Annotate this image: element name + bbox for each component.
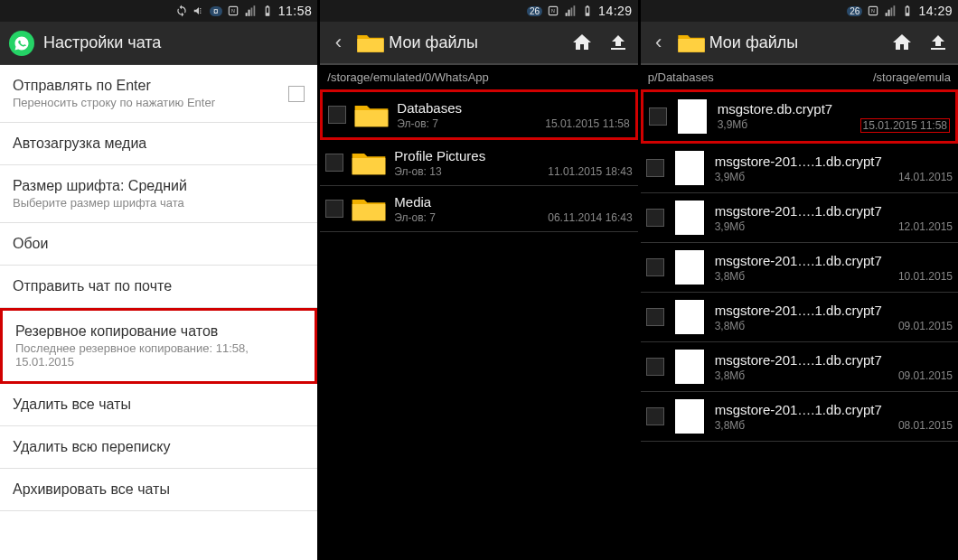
nfc-icon: N [547, 5, 559, 17]
home-icon[interactable] [886, 28, 918, 57]
phone-file-manager-files: 26 N 14:29 ‹ Мои файлы p/Databases /stor… [641, 0, 958, 560]
file-row[interactable]: msgstore-201….1.db.crypt73,8Мб08.01.2015 [641, 392, 958, 442]
signal-icon [244, 5, 257, 17]
settings-item-title: Отправлять по Enter [13, 78, 305, 94]
nfc-icon: N [867, 5, 879, 17]
battery-icon [261, 5, 274, 17]
file-row[interactable]: msgstore.db.crypt73,9Мб15.01.2015 11:58 [641, 89, 958, 144]
item-meta: 3,9Мб [715, 171, 746, 183]
badge-icon: 26 [847, 6, 862, 16]
checkbox[interactable] [328, 106, 346, 124]
volume-icon [193, 5, 205, 17]
settings-item-sub: Выберите размер шрифта чата [13, 196, 305, 210]
folder-icon [677, 30, 706, 55]
status-bar: ¤ N 11:58 [0, 0, 317, 22]
item-meta: 3,8Мб [715, 270, 746, 283]
item-meta: 3,9Мб [718, 118, 748, 133]
checkbox[interactable] [288, 86, 305, 102]
settings-item[interactable]: Отправить чат по почте [0, 266, 317, 308]
settings-item[interactable]: Отправлять по EnterПереносить строку по … [0, 65, 317, 123]
item-meta: 3,8Мб [715, 369, 746, 382]
file-row[interactable]: msgstore-201….1.db.crypt73,9Мб12.01.2015 [641, 193, 958, 243]
item-date: 14.01.2015 [898, 171, 953, 183]
item-date: 12.01.2015 [898, 220, 953, 233]
file-icon [675, 300, 704, 334]
status-bar: 26 N 14:29 [320, 0, 637, 22]
sync-icon [175, 5, 188, 17]
item-meta: 3,8Мб [715, 320, 746, 332]
folder-icon [351, 193, 387, 224]
checkbox[interactable] [649, 107, 667, 126]
item-name: msgstore.db.crypt7 [718, 101, 950, 117]
checkbox[interactable] [646, 308, 664, 326]
whatsapp-logo [9, 31, 34, 56]
status-time: 14:29 [918, 4, 953, 18]
settings-item[interactable]: Автозагрузка медиа [0, 123, 317, 165]
folder-icon [356, 30, 385, 55]
settings-item-title: Резервное копирование чатов [15, 323, 302, 340]
file-icon [678, 99, 707, 134]
file-list: DatabasesЭл-ов: 715.01.2015 11:58Profile… [320, 89, 637, 560]
badge-icon: ¤ [210, 6, 222, 16]
folder-row[interactable]: Profile PicturesЭл-ов: 1311.01.2015 18:4… [320, 140, 637, 186]
signal-icon [564, 5, 577, 17]
up-icon[interactable] [922, 28, 954, 57]
app-title: Настройки чата [43, 33, 161, 52]
checkbox[interactable] [325, 200, 343, 218]
settings-item[interactable]: Удалить все чаты [0, 384, 317, 426]
back-icon[interactable]: ‹ [644, 31, 673, 54]
settings-item[interactable]: Резервное копирование чатовПоследнее рез… [0, 308, 317, 384]
whatsapp-header: Настройки чата [0, 22, 317, 65]
checkbox[interactable] [325, 154, 343, 172]
item-name: msgstore-201….1.db.crypt7 [715, 253, 953, 268]
item-date: 11.01.2015 18:43 [548, 165, 632, 178]
settings-item[interactable]: Обои [0, 223, 317, 266]
folder-row[interactable]: DatabasesЭл-ов: 715.01.2015 11:58 [320, 89, 637, 140]
item-name: Profile Pictures [394, 148, 632, 163]
item-date: 09.01.2015 [898, 369, 953, 382]
item-date: 08.01.2015 [898, 419, 953, 432]
settings-item-title: Архивировать все чаты [13, 481, 305, 498]
home-icon[interactable] [566, 28, 598, 57]
file-list: msgstore.db.crypt73,9Мб15.01.2015 11:58m… [641, 89, 958, 560]
settings-item-title: Отправить чат по почте [13, 278, 305, 294]
status-time: 14:29 [598, 4, 633, 18]
svg-text:N: N [551, 8, 555, 14]
item-name: msgstore-201….1.db.crypt7 [715, 352, 953, 368]
nfc-icon: N [227, 5, 240, 17]
settings-item-title: Размер шрифта: Средний [13, 178, 305, 194]
file-icon [675, 151, 704, 185]
settings-list: Отправлять по EnterПереносить строку по … [0, 65, 317, 560]
up-icon[interactable] [602, 28, 634, 57]
item-meta: 3,9Мб [715, 220, 746, 233]
file-row[interactable]: msgstore-201….1.db.crypt73,8Мб09.01.2015 [641, 342, 958, 392]
back-icon[interactable]: ‹ [324, 31, 352, 54]
checkbox[interactable] [646, 358, 664, 376]
svg-text:N: N [231, 8, 235, 14]
file-row[interactable]: msgstore-201….1.db.crypt73,8Мб09.01.2015 [641, 293, 958, 342]
file-row[interactable]: msgstore-201….1.db.crypt73,9Мб14.01.2015 [641, 144, 958, 193]
settings-item[interactable]: Удалить всю переписку [0, 426, 317, 469]
item-date: 09.01.2015 [898, 320, 953, 332]
file-icon [675, 399, 704, 434]
badge-icon: 26 [527, 6, 542, 16]
folder-icon [351, 147, 387, 178]
item-name: msgstore-201….1.db.crypt7 [715, 303, 953, 318]
folder-row[interactable]: MediaЭл-ов: 706.11.2014 16:43 [320, 186, 637, 232]
settings-item[interactable]: Архивировать все чаты [0, 469, 317, 511]
checkbox[interactable] [646, 258, 664, 276]
file-row[interactable]: msgstore-201….1.db.crypt73,8Мб10.01.2015 [641, 243, 958, 293]
svg-text:N: N [872, 8, 876, 14]
item-meta: 3,8Мб [715, 419, 746, 432]
checkbox[interactable] [646, 159, 664, 177]
checkbox[interactable] [646, 209, 664, 227]
folder-icon [353, 99, 390, 130]
item-date: 15.01.2015 11:58 [545, 117, 629, 130]
settings-item[interactable]: Размер шрифта: СреднийВыберите размер шр… [0, 165, 317, 223]
item-date: 10.01.2015 [898, 270, 953, 283]
phone-whatsapp-settings: ¤ N 11:58 Настройки чата Отправлять по E… [0, 0, 317, 560]
settings-item-title: Удалить все чаты [13, 397, 305, 413]
settings-item-title: Обои [13, 236, 305, 252]
battery-icon [581, 5, 594, 17]
checkbox[interactable] [646, 407, 664, 425]
